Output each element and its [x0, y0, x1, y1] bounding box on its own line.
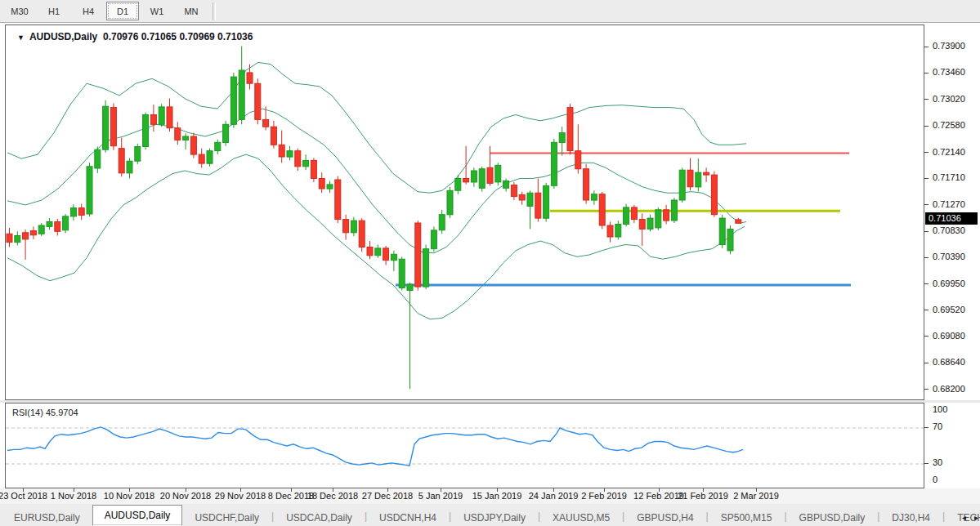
- symbol-dropdown-icon[interactable]: ▼: [17, 33, 25, 42]
- candle-body: [519, 194, 525, 200]
- date-axis-label: 18 Dec 2018: [307, 491, 358, 501]
- candle-body: [247, 73, 253, 83]
- bollinger-upper-line: [7, 62, 746, 193]
- timeframe-button-d1[interactable]: D1: [106, 2, 139, 20]
- candle-body: [487, 167, 493, 183]
- price-axis-tick: [924, 257, 929, 258]
- candle-body: [664, 210, 669, 221]
- price-axis-tick: [924, 310, 929, 310]
- rsi-axis-tick: [924, 427, 929, 428]
- date-axis-label: 1 Nov 2018: [51, 491, 96, 501]
- price-chart-canvas: [6, 25, 924, 399]
- candle-body: [591, 194, 597, 200]
- price-axis-label: 0.70390: [933, 252, 965, 261]
- candle-body: [167, 107, 172, 128]
- candle-body: [624, 207, 629, 225]
- price-axis-label: 0.69950: [933, 279, 965, 288]
- candle-body: [38, 225, 44, 234]
- price-axis-label: 0.71270: [933, 199, 965, 209]
- date-axis-label: 2 Mar 2019: [733, 491, 779, 501]
- candles: [7, 47, 741, 390]
- candle-body: [223, 124, 229, 142]
- candle-body: [696, 172, 701, 187]
- tab-sp500-m15[interactable]: SP500,M15: [709, 508, 785, 526]
- candle-body: [55, 222, 60, 232]
- price-axis-tick: [924, 47, 929, 47]
- timeframe-button-w1[interactable]: W1: [141, 2, 173, 20]
- candle-body: [327, 185, 333, 189]
- timeframe-button-m30[interactable]: M30: [3, 2, 36, 20]
- candle-body: [311, 160, 316, 178]
- price-axis-tick: [924, 126, 929, 127]
- date-axis-label: 29 Nov 2018: [215, 491, 266, 501]
- candle-body: [367, 247, 373, 256]
- candle-body: [190, 136, 196, 154]
- date-axis[interactable]: 23 Oct 20181 Nov 201810 Nov 201820 Nov 2…: [0, 488, 980, 505]
- rsi-axis-label: 0: [933, 475, 937, 484]
- timeframe-button-h1[interactable]: H1: [38, 2, 70, 20]
- price-axis-tick: [924, 231, 929, 232]
- date-axis-label: 23 Oct 2018: [0, 491, 47, 501]
- candle-body: [7, 234, 12, 242]
- rsi-axis-label: 100: [933, 404, 947, 414]
- date-axis-label: 21 Feb 2019: [678, 491, 728, 501]
- bollinger-lower-line: [7, 154, 745, 319]
- price-axis-tick: [924, 389, 929, 390]
- chart-tab-bar: EURUSD,DailyAUDUSD,DailyUSDCHF,Daily|USD…: [0, 504, 980, 526]
- rsi-axis-label: 30: [933, 457, 942, 467]
- date-axis-label: 27 Dec 2018: [362, 491, 413, 501]
- candle-body: [471, 171, 477, 182]
- rsi-axis-label: 70: [933, 421, 942, 431]
- candle-body: [671, 200, 677, 221]
- tab-dj30-h4[interactable]: DJ30,H4: [879, 508, 942, 526]
- price-axis-tick: [924, 178, 929, 179]
- timeframe-button-h4[interactable]: H4: [72, 2, 105, 20]
- tab-audusd-daily[interactable]: AUDUSD,Daily: [92, 505, 183, 526]
- candle-body: [110, 108, 116, 146]
- candle-body: [647, 218, 653, 229]
- candle-body: [15, 236, 20, 243]
- candle-body: [431, 230, 436, 249]
- rsi-axis-tick: [924, 463, 929, 464]
- candle-body: [383, 248, 389, 261]
- rsi-axis[interactable]: 10070300: [924, 403, 980, 488]
- date-axis-label: 20 Nov 2018: [160, 491, 211, 501]
- candle-body: [319, 179, 324, 189]
- tab-scroll-right-icon[interactable]: ▸: [974, 513, 978, 522]
- candle-body: [527, 193, 533, 206]
- tab-usdcad-daily[interactable]: USDCAD,Daily: [274, 508, 365, 526]
- candle-body: [199, 154, 204, 163]
- tab-scroll-left-icon[interactable]: ◂: [962, 513, 966, 522]
- candle-body: [335, 180, 341, 220]
- tab-usdcnh-h4[interactable]: USDCNH,H4: [367, 508, 449, 526]
- tab-xauusd-m5[interactable]: XAUUSD,M5: [540, 508, 622, 526]
- candle-body: [343, 220, 349, 233]
- date-axis-label: 5 Jan 2019: [418, 491, 463, 501]
- candle-body: [687, 170, 693, 187]
- candle-body: [239, 70, 244, 119]
- chart-ohlc-values: 0.70976 0.71065 0.70969 0.71036: [103, 31, 253, 42]
- candle-body: [95, 149, 101, 168]
- timeframe-button-mn[interactable]: MN: [175, 2, 208, 20]
- candle-body: [47, 222, 52, 227]
- price-axis-label: 0.72140: [933, 147, 965, 157]
- rsi-canvas: [6, 403, 924, 488]
- tab-usdjpy-daily[interactable]: USDJPY,Daily: [451, 508, 538, 526]
- candle-body: [463, 179, 469, 182]
- tab-eurusd-daily[interactable]: EURUSD,Daily: [2, 508, 92, 526]
- candle-body: [447, 190, 453, 214]
- candle-body: [215, 142, 221, 150]
- candle-body: [615, 225, 621, 238]
- candle-body: [503, 181, 509, 189]
- tab-gbpusd-h4[interactable]: GBPUSD,H4: [624, 508, 705, 526]
- date-axis-label: 15 Jan 2019: [472, 491, 522, 501]
- candle-body: [704, 172, 709, 175]
- candle-body: [135, 147, 141, 162]
- candle-body: [407, 284, 413, 290]
- tab-gbpusd-daily[interactable]: GBPUSD,Daily: [787, 508, 878, 526]
- bollinger-bands: [7, 62, 746, 319]
- price-axis-tick: [924, 363, 929, 363]
- tab-usdchf-daily[interactable]: USDCHF,Daily: [182, 508, 271, 526]
- date-axis-label: 24 Jan 2019: [529, 491, 579, 501]
- candle-body: [559, 133, 565, 143]
